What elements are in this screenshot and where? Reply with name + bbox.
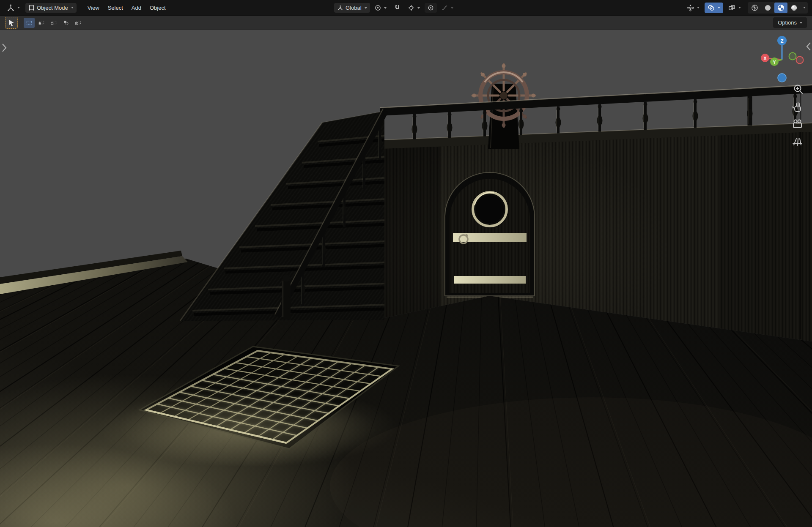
active-tool-button[interactable]: [5, 17, 18, 29]
shading-rendered-button[interactable]: [787, 3, 801, 13]
select-mode-invert-icon: [63, 19, 69, 26]
select-mode-intersect-button[interactable]: [73, 18, 84, 28]
menu-bar: View Select Add Object: [83, 3, 170, 13]
cabin-door[interactable]: [445, 172, 535, 297]
door-band-upper: [453, 233, 527, 242]
select-mode-group: [24, 18, 84, 28]
shading-wireframe-button[interactable]: [748, 3, 761, 13]
object-mode-icon: [28, 5, 35, 11]
shading-rendered-icon: [790, 4, 798, 11]
gizmo-z-label: Z: [781, 38, 784, 44]
xray-icon: [728, 4, 735, 11]
shading-solid-icon: [764, 4, 771, 11]
chevron-down-icon: [800, 22, 802, 24]
chevron-down-icon: [718, 7, 720, 8]
header-left-group: Object Mode View Select Add Object: [4, 3, 170, 13]
chevron-down-icon: [417, 7, 420, 9]
snap-toggle-button[interactable]: [391, 3, 403, 13]
shading-material-button[interactable]: [774, 3, 787, 13]
select-mode-extend-icon: [38, 19, 44, 26]
mode-dropdown[interactable]: Object Mode: [25, 3, 77, 13]
chevron-down-icon: [697, 7, 700, 8]
orientation-label: Global: [346, 5, 362, 11]
menu-select[interactable]: Select: [104, 3, 127, 13]
select-box-tool-icon: [8, 19, 15, 27]
gizmo-z-negative-axis[interactable]: [778, 74, 786, 82]
viewport-header: Object Mode View Select Add Object Globa…: [0, 0, 812, 16]
select-mode-extend-button[interactable]: [36, 18, 47, 28]
gizmo-x-axis[interactable]: X: [761, 54, 769, 62]
proportional-editing-icon: [428, 5, 434, 11]
select-mode-set-icon: [26, 19, 32, 26]
chevron-down-icon: [738, 7, 741, 8]
tool-settings-bar: Options: [0, 16, 812, 30]
gizmo-y-label: Y: [773, 60, 776, 65]
editor-type-button[interactable]: [4, 3, 23, 13]
chevron-down-icon: [365, 7, 367, 9]
shading-solid-button[interactable]: [761, 3, 774, 13]
shading-material-icon: [777, 4, 785, 11]
chevron-down-icon: [384, 7, 387, 9]
orientation-global-icon: [337, 5, 343, 11]
shading-mode-group: [748, 2, 808, 14]
newel-post: [281, 274, 291, 319]
blender-window: Object Mode View Select Add Object Globa…: [0, 0, 812, 527]
door-band-lower: [454, 276, 526, 284]
viewport-3d[interactable]: Z X Y: [0, 30, 812, 527]
options-label: Options: [778, 19, 797, 26]
menu-object[interactable]: Object: [145, 3, 170, 13]
scene-canvas: Z X Y: [0, 30, 812, 527]
gizmo-x-negative-axis[interactable]: [796, 57, 804, 64]
proportional-editing-toggle[interactable]: [425, 3, 437, 13]
pivot-point-icon: [375, 5, 381, 11]
options-dropdown[interactable]: Options: [773, 17, 807, 28]
xray-toggle[interactable]: [725, 3, 744, 13]
gizmo-z-axis[interactable]: Z: [777, 36, 787, 45]
snap-target-icon: [408, 5, 414, 11]
show-overlays-toggle[interactable]: [705, 3, 723, 13]
falloff-curve-icon: [442, 5, 448, 11]
select-mode-set-button[interactable]: [24, 18, 35, 28]
orientation-dropdown[interactable]: Global: [334, 3, 370, 13]
transform-controls-group: Global: [334, 0, 456, 16]
menu-add[interactable]: Add: [127, 3, 145, 13]
mode-label: Object Mode: [37, 5, 68, 11]
chevron-down-icon: [71, 7, 74, 8]
header-right-group: [684, 2, 808, 14]
magnet-icon: [394, 5, 401, 11]
shading-wireframe-icon: [751, 4, 758, 11]
porthole[interactable]: [471, 191, 508, 228]
pivot-point-dropdown[interactable]: [372, 3, 390, 13]
shading-options-dropdown[interactable]: [801, 3, 807, 13]
menu-view[interactable]: View: [83, 3, 104, 13]
overlays-icon: [708, 4, 715, 11]
select-mode-invert-button[interactable]: [60, 18, 71, 28]
chevron-down-icon: [451, 7, 453, 9]
chevron-down-icon: [17, 7, 20, 8]
show-gizmo-toggle[interactable]: [684, 3, 702, 13]
gizmo-y-axis[interactable]: Y: [770, 57, 779, 66]
select-mode-subtract-button[interactable]: [48, 18, 59, 28]
editor-type-3d-viewport-icon: [7, 4, 14, 11]
select-mode-subtract-icon: [51, 19, 57, 26]
gizmo-y-negative-axis[interactable]: [789, 53, 796, 60]
gizmos-icon: [687, 4, 694, 11]
chevron-down-icon: [803, 7, 806, 8]
gizmo-x-label: X: [763, 56, 766, 61]
select-mode-intersect-icon: [75, 19, 81, 26]
falloff-dropdown[interactable]: [439, 3, 456, 13]
snap-settings-dropdown[interactable]: [405, 3, 423, 13]
